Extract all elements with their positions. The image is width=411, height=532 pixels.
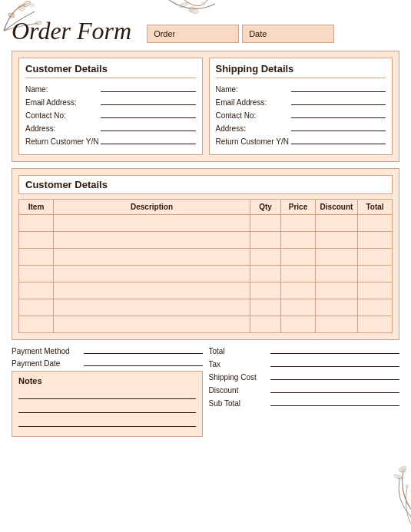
total-input[interactable] xyxy=(270,372,400,380)
total-input[interactable] xyxy=(270,385,400,393)
table-row[interactable] xyxy=(19,249,393,266)
customer-contact-input[interactable] xyxy=(101,111,196,118)
table-cell[interactable] xyxy=(281,215,316,232)
table-cell[interactable] xyxy=(250,215,281,232)
page-title: Order Form xyxy=(12,18,131,46)
table-cell[interactable] xyxy=(316,215,358,232)
svg-point-15 xyxy=(394,474,403,479)
notes-line-1[interactable] xyxy=(18,390,196,399)
order-field[interactable]: Order xyxy=(147,25,239,43)
table-cell[interactable] xyxy=(19,249,54,266)
shipping-contact-input[interactable] xyxy=(291,111,386,118)
customer-email-row: Email Address: xyxy=(25,97,196,107)
table-cell[interactable] xyxy=(281,249,316,266)
total-input[interactable] xyxy=(270,359,400,367)
payment-method-input[interactable] xyxy=(84,346,203,354)
table-row[interactable] xyxy=(19,215,393,232)
table-cell[interactable] xyxy=(316,283,358,299)
date-field[interactable]: Date xyxy=(242,25,334,43)
shipping-address-input[interactable] xyxy=(291,124,386,131)
customer-email-input[interactable] xyxy=(101,97,196,105)
table-cell[interactable] xyxy=(19,283,54,299)
table-cell[interactable] xyxy=(316,316,358,333)
table-row[interactable] xyxy=(19,299,393,316)
total-row: Sub Total xyxy=(209,398,400,408)
table-cell[interactable] xyxy=(54,215,250,232)
table-cell[interactable] xyxy=(358,316,393,333)
table-cell[interactable] xyxy=(19,232,54,249)
table-cell[interactable] xyxy=(19,299,54,316)
table-header-row: Item Description Qty Price Discount Tota… xyxy=(19,200,393,215)
total-label: Shipping Cost xyxy=(209,373,270,382)
table-cell[interactable] xyxy=(250,232,281,249)
customer-return-input[interactable] xyxy=(101,137,195,144)
table-cell[interactable] xyxy=(316,249,358,266)
shipping-name-row: Name: xyxy=(216,84,386,94)
total-row: Total xyxy=(209,346,400,355)
table-cell[interactable] xyxy=(19,215,54,232)
table-cell[interactable] xyxy=(250,266,281,283)
table-cell[interactable] xyxy=(250,283,281,299)
top-section: Customer Details Name: Email Address: Co… xyxy=(12,51,399,162)
shipping-name-input[interactable] xyxy=(291,84,386,92)
customer-details-title: Customer Details xyxy=(25,63,196,78)
table-cell[interactable] xyxy=(358,215,393,232)
table-cell[interactable] xyxy=(250,316,281,333)
customer-name-input[interactable] xyxy=(101,84,196,92)
shipping-details-box: Shipping Details Name: Email Address: Co… xyxy=(209,58,393,155)
customer-name-label: Name: xyxy=(25,85,98,94)
table-cell[interactable] xyxy=(19,266,54,283)
shipping-address-row: Address: xyxy=(216,124,386,133)
col-item: Item xyxy=(19,200,54,215)
payment-date-input[interactable] xyxy=(84,359,203,366)
table-cell[interactable] xyxy=(19,316,54,333)
total-label: Sub Total xyxy=(209,399,270,408)
table-cell[interactable] xyxy=(358,283,393,299)
total-row: Shipping Cost xyxy=(209,372,400,382)
table-cell[interactable] xyxy=(54,299,250,316)
table-cell[interactable] xyxy=(281,299,316,316)
table-cell[interactable] xyxy=(281,283,316,299)
shipping-email-input[interactable] xyxy=(291,97,386,105)
table-cell[interactable] xyxy=(281,232,316,249)
order-section-title: Customer Details xyxy=(18,175,393,194)
table-cell[interactable] xyxy=(358,249,393,266)
table-row[interactable] xyxy=(19,232,393,249)
table-cell[interactable] xyxy=(358,299,393,316)
table-cell[interactable] xyxy=(54,249,250,266)
table-row[interactable] xyxy=(19,316,393,333)
shipping-contact-label: Contact No: xyxy=(216,111,289,120)
shipping-email-row: Email Address: xyxy=(216,97,386,107)
shipping-address-label: Address: xyxy=(216,124,289,133)
shipping-return-input[interactable] xyxy=(291,137,386,144)
table-row[interactable] xyxy=(19,283,393,299)
notes-line-2[interactable] xyxy=(18,404,196,413)
shipping-email-label: Email Address: xyxy=(216,98,289,107)
table-cell[interactable] xyxy=(250,249,281,266)
table-cell[interactable] xyxy=(54,283,250,299)
notes-line-3[interactable] xyxy=(18,418,196,427)
table-row[interactable] xyxy=(19,266,393,283)
table-cell[interactable] xyxy=(281,266,316,283)
col-price: Price xyxy=(281,200,316,215)
customer-address-label: Address: xyxy=(25,124,98,133)
total-input[interactable] xyxy=(270,346,400,354)
header: Order Form Order Date xyxy=(12,4,399,46)
table-cell[interactable] xyxy=(54,316,250,333)
customer-address-input[interactable] xyxy=(101,124,196,131)
table-cell[interactable] xyxy=(316,299,358,316)
table-cell[interactable] xyxy=(316,232,358,249)
table-cell[interactable] xyxy=(358,232,393,249)
order-label: Order xyxy=(154,29,175,38)
table-cell[interactable] xyxy=(250,299,281,316)
total-input[interactable] xyxy=(270,398,400,406)
table-cell[interactable] xyxy=(358,266,393,283)
table-cell[interactable] xyxy=(54,232,250,249)
order-section: Customer Details Item Description Qty Pr… xyxy=(12,168,399,340)
table-cell[interactable] xyxy=(54,266,250,283)
table-cell[interactable] xyxy=(316,266,358,283)
customer-return-label: Return Customer Y/N xyxy=(25,137,98,146)
col-qty: Qty xyxy=(250,200,281,215)
col-description: Description xyxy=(54,200,250,215)
table-cell[interactable] xyxy=(281,316,316,333)
